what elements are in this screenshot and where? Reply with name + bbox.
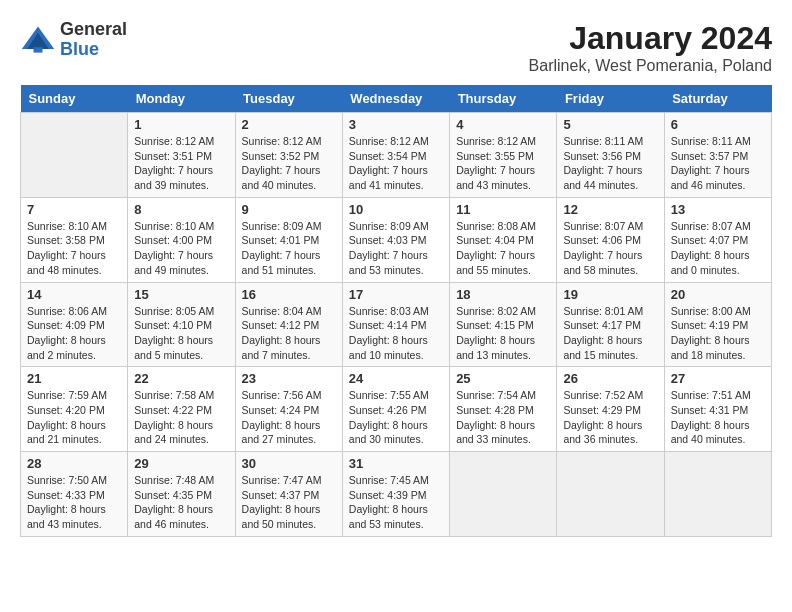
day-info: Sunrise: 7:47 AMSunset: 4:37 PMDaylight:… <box>242 473 336 532</box>
title-area: January 2024 Barlinek, West Pomerania, P… <box>529 20 772 75</box>
day-number: 9 <box>242 202 336 217</box>
day-info: Sunrise: 8:01 AMSunset: 4:17 PMDaylight:… <box>563 304 657 363</box>
calendar-cell <box>557 452 664 537</box>
calendar-cell: 7Sunrise: 8:10 AMSunset: 3:58 PMDaylight… <box>21 197 128 282</box>
day-info: Sunrise: 8:10 AMSunset: 3:58 PMDaylight:… <box>27 219 121 278</box>
calendar-cell: 24Sunrise: 7:55 AMSunset: 4:26 PMDayligh… <box>342 367 449 452</box>
day-number: 28 <box>27 456 121 471</box>
day-number: 3 <box>349 117 443 132</box>
day-info: Sunrise: 8:11 AMSunset: 3:56 PMDaylight:… <box>563 134 657 193</box>
calendar-body: 1Sunrise: 8:12 AMSunset: 3:51 PMDaylight… <box>21 113 772 537</box>
header-cell-wednesday: Wednesday <box>342 85 449 113</box>
day-info: Sunrise: 7:59 AMSunset: 4:20 PMDaylight:… <box>27 388 121 447</box>
day-info: Sunrise: 8:08 AMSunset: 4:04 PMDaylight:… <box>456 219 550 278</box>
day-number: 21 <box>27 371 121 386</box>
calendar-cell: 19Sunrise: 8:01 AMSunset: 4:17 PMDayligh… <box>557 282 664 367</box>
calendar-week-4: 21Sunrise: 7:59 AMSunset: 4:20 PMDayligh… <box>21 367 772 452</box>
calendar-cell: 16Sunrise: 8:04 AMSunset: 4:12 PMDayligh… <box>235 282 342 367</box>
day-number: 6 <box>671 117 765 132</box>
day-number: 4 <box>456 117 550 132</box>
logo: General Blue <box>20 20 127 60</box>
day-info: Sunrise: 8:07 AMSunset: 4:06 PMDaylight:… <box>563 219 657 278</box>
svg-rect-2 <box>34 47 43 52</box>
header-cell-saturday: Saturday <box>664 85 771 113</box>
day-number: 12 <box>563 202 657 217</box>
calendar-cell: 6Sunrise: 8:11 AMSunset: 3:57 PMDaylight… <box>664 113 771 198</box>
calendar-week-2: 7Sunrise: 8:10 AMSunset: 3:58 PMDaylight… <box>21 197 772 282</box>
day-number: 17 <box>349 287 443 302</box>
logo-icon <box>20 22 56 58</box>
calendar-table: SundayMondayTuesdayWednesdayThursdayFrid… <box>20 85 772 537</box>
calendar-cell: 30Sunrise: 7:47 AMSunset: 4:37 PMDayligh… <box>235 452 342 537</box>
day-number: 7 <box>27 202 121 217</box>
day-info: Sunrise: 8:11 AMSunset: 3:57 PMDaylight:… <box>671 134 765 193</box>
day-info: Sunrise: 8:12 AMSunset: 3:52 PMDaylight:… <box>242 134 336 193</box>
logo-general-text: General <box>60 20 127 40</box>
header-cell-sunday: Sunday <box>21 85 128 113</box>
calendar-week-1: 1Sunrise: 8:12 AMSunset: 3:51 PMDaylight… <box>21 113 772 198</box>
calendar-cell: 27Sunrise: 7:51 AMSunset: 4:31 PMDayligh… <box>664 367 771 452</box>
header-cell-tuesday: Tuesday <box>235 85 342 113</box>
calendar-cell: 13Sunrise: 8:07 AMSunset: 4:07 PMDayligh… <box>664 197 771 282</box>
day-number: 10 <box>349 202 443 217</box>
calendar-cell: 4Sunrise: 8:12 AMSunset: 3:55 PMDaylight… <box>450 113 557 198</box>
day-number: 19 <box>563 287 657 302</box>
calendar-cell: 18Sunrise: 8:02 AMSunset: 4:15 PMDayligh… <box>450 282 557 367</box>
day-number: 5 <box>563 117 657 132</box>
calendar-cell <box>21 113 128 198</box>
calendar-cell: 12Sunrise: 8:07 AMSunset: 4:06 PMDayligh… <box>557 197 664 282</box>
day-info: Sunrise: 8:03 AMSunset: 4:14 PMDaylight:… <box>349 304 443 363</box>
calendar-cell: 2Sunrise: 8:12 AMSunset: 3:52 PMDaylight… <box>235 113 342 198</box>
header: General Blue January 2024 Barlinek, West… <box>20 20 772 75</box>
main-title: January 2024 <box>529 20 772 57</box>
day-info: Sunrise: 7:51 AMSunset: 4:31 PMDaylight:… <box>671 388 765 447</box>
day-info: Sunrise: 7:52 AMSunset: 4:29 PMDaylight:… <box>563 388 657 447</box>
calendar-cell: 20Sunrise: 8:00 AMSunset: 4:19 PMDayligh… <box>664 282 771 367</box>
day-number: 15 <box>134 287 228 302</box>
header-cell-monday: Monday <box>128 85 235 113</box>
day-info: Sunrise: 7:45 AMSunset: 4:39 PMDaylight:… <box>349 473 443 532</box>
day-info: Sunrise: 8:12 AMSunset: 3:51 PMDaylight:… <box>134 134 228 193</box>
day-number: 16 <box>242 287 336 302</box>
day-number: 18 <box>456 287 550 302</box>
header-cell-friday: Friday <box>557 85 664 113</box>
subtitle: Barlinek, West Pomerania, Poland <box>529 57 772 75</box>
day-number: 8 <box>134 202 228 217</box>
day-number: 29 <box>134 456 228 471</box>
calendar-week-3: 14Sunrise: 8:06 AMSunset: 4:09 PMDayligh… <box>21 282 772 367</box>
calendar-header: SundayMondayTuesdayWednesdayThursdayFrid… <box>21 85 772 113</box>
logo-blue-text: Blue <box>60 40 127 60</box>
day-info: Sunrise: 7:54 AMSunset: 4:28 PMDaylight:… <box>456 388 550 447</box>
day-info: Sunrise: 7:48 AMSunset: 4:35 PMDaylight:… <box>134 473 228 532</box>
day-number: 2 <box>242 117 336 132</box>
calendar-cell: 9Sunrise: 8:09 AMSunset: 4:01 PMDaylight… <box>235 197 342 282</box>
calendar-cell: 5Sunrise: 8:11 AMSunset: 3:56 PMDaylight… <box>557 113 664 198</box>
calendar-cell: 21Sunrise: 7:59 AMSunset: 4:20 PMDayligh… <box>21 367 128 452</box>
calendar-cell: 14Sunrise: 8:06 AMSunset: 4:09 PMDayligh… <box>21 282 128 367</box>
calendar-cell <box>450 452 557 537</box>
calendar-cell: 22Sunrise: 7:58 AMSunset: 4:22 PMDayligh… <box>128 367 235 452</box>
day-info: Sunrise: 8:10 AMSunset: 4:00 PMDaylight:… <box>134 219 228 278</box>
day-info: Sunrise: 8:04 AMSunset: 4:12 PMDaylight:… <box>242 304 336 363</box>
day-info: Sunrise: 7:56 AMSunset: 4:24 PMDaylight:… <box>242 388 336 447</box>
day-info: Sunrise: 8:05 AMSunset: 4:10 PMDaylight:… <box>134 304 228 363</box>
day-number: 11 <box>456 202 550 217</box>
day-info: Sunrise: 8:00 AMSunset: 4:19 PMDaylight:… <box>671 304 765 363</box>
calendar-cell: 29Sunrise: 7:48 AMSunset: 4:35 PMDayligh… <box>128 452 235 537</box>
day-number: 27 <box>671 371 765 386</box>
day-number: 22 <box>134 371 228 386</box>
calendar-cell: 25Sunrise: 7:54 AMSunset: 4:28 PMDayligh… <box>450 367 557 452</box>
calendar-cell: 17Sunrise: 8:03 AMSunset: 4:14 PMDayligh… <box>342 282 449 367</box>
day-number: 30 <box>242 456 336 471</box>
day-number: 14 <box>27 287 121 302</box>
day-number: 24 <box>349 371 443 386</box>
day-number: 31 <box>349 456 443 471</box>
header-row: SundayMondayTuesdayWednesdayThursdayFrid… <box>21 85 772 113</box>
calendar-cell: 10Sunrise: 8:09 AMSunset: 4:03 PMDayligh… <box>342 197 449 282</box>
calendar-cell: 28Sunrise: 7:50 AMSunset: 4:33 PMDayligh… <box>21 452 128 537</box>
day-info: Sunrise: 8:09 AMSunset: 4:01 PMDaylight:… <box>242 219 336 278</box>
calendar-cell <box>664 452 771 537</box>
day-info: Sunrise: 8:02 AMSunset: 4:15 PMDaylight:… <box>456 304 550 363</box>
day-info: Sunrise: 7:58 AMSunset: 4:22 PMDaylight:… <box>134 388 228 447</box>
day-number: 26 <box>563 371 657 386</box>
